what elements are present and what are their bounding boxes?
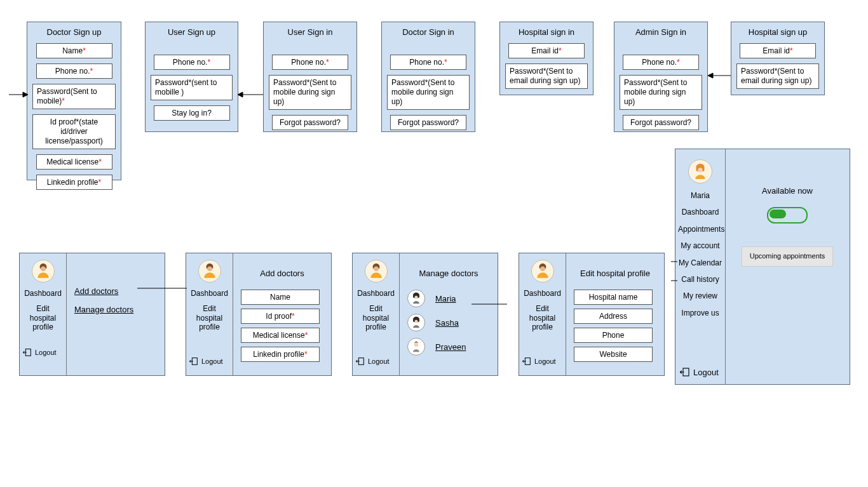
card-title: Doctor Sign in — [382, 22, 475, 43]
nav-review[interactable]: My review — [678, 291, 722, 300]
avatar — [531, 260, 554, 283]
field-email[interactable]: Email id* — [740, 43, 816, 58]
label-available: Available now — [733, 186, 842, 196]
field-email[interactable]: Email id* — [508, 43, 585, 58]
input-phone[interactable]: Phone — [574, 328, 653, 343]
sidebar-username: Maria — [678, 191, 722, 200]
field-idproof[interactable]: Id proof*(state id/driver license/passpo… — [32, 114, 116, 149]
panel-sidebar: Maria Dashboard Appointments My account … — [675, 149, 726, 384]
nav-appointments[interactable]: Appointments — [678, 225, 722, 234]
field-name[interactable]: Name* — [36, 43, 112, 58]
input-website[interactable]: Website — [574, 347, 653, 362]
input-name[interactable]: Name — [241, 290, 320, 305]
sidebar-edit-profile[interactable]: Edit hospital profile — [522, 304, 563, 331]
panel-main: Available now Upcoming appointments — [725, 149, 850, 384]
nav-improve[interactable]: Improve us — [678, 309, 722, 317]
card-admin-signin: Admin Sign in Phone no.* Password*(Sent … — [614, 22, 708, 132]
svg-point-11 — [698, 168, 702, 172]
svg-marker-14 — [23, 92, 28, 97]
field-password[interactable]: Password(Sent to mobile)* — [32, 84, 116, 109]
nav-account[interactable]: My account — [678, 241, 722, 250]
logout-icon — [355, 356, 365, 366]
input-medlic[interactable]: Medical license* — [241, 328, 320, 343]
logout-button[interactable]: Logout — [189, 356, 223, 366]
field-password[interactable]: Password*(Sent to email during sign up) — [505, 63, 588, 89]
badge-upcoming[interactable]: Upcoming appointments — [742, 246, 834, 267]
doctor-row-praveen[interactable]: Praveen — [407, 338, 490, 356]
card-title: User Sign up — [146, 22, 238, 43]
field-password[interactable]: Password*(sent to mobille ) — [151, 75, 233, 100]
sidebar-dashboard[interactable]: Dashboard — [355, 289, 397, 298]
logout-button[interactable]: Logout — [22, 347, 57, 357]
button-forgot[interactable]: Forgot password? — [623, 115, 699, 130]
diagram-stage: Doctor Sign up Name* Phone no.* Password… — [0, 0, 868, 487]
panel-doctor-dashboard: Maria Dashboard Appointments My account … — [675, 149, 850, 385]
sidebar-dashboard[interactable]: Dashboard — [522, 289, 563, 298]
card-title: Hospital sign in — [500, 22, 593, 43]
field-phone[interactable]: Phone no.* — [390, 55, 466, 70]
card-doctor-signup: Doctor Sign up Name* Phone no.* Password… — [27, 22, 121, 180]
card-user-signup: User Sign up Phone no.* Password*(sent t… — [145, 22, 238, 132]
link-add-doctors[interactable]: Add doctors — [74, 286, 118, 296]
panel-sidebar: Dashboard Edit hospital profile Logout — [519, 253, 566, 375]
page-title: Manage doctors — [407, 269, 490, 278]
input-address[interactable]: Address — [574, 309, 653, 324]
link-manage-doctors[interactable]: Manage doctors — [74, 305, 133, 314]
field-linkedin[interactable]: Linkedin profile* — [36, 175, 112, 190]
sidebar-dashboard[interactable]: Dashboard — [189, 289, 230, 298]
nav-dashboard[interactable]: Dashboard — [678, 208, 722, 217]
button-forgot[interactable]: Forgot password? — [272, 115, 348, 130]
card-title: Admin Sign in — [614, 22, 707, 43]
sidebar-dashboard[interactable]: Dashboard — [22, 289, 64, 298]
sidebar-edit-profile[interactable]: Edit hospital profile — [355, 304, 397, 331]
field-password[interactable]: Password*(Sent to mobile during sign up) — [269, 75, 351, 110]
button-forgot[interactable]: Forgot password? — [390, 115, 466, 130]
logout-icon — [522, 356, 532, 366]
card-hospital-signin: Hospital sign in Email id* Password*(Sen… — [499, 22, 593, 95]
arrow-to-doctor-signup — [9, 90, 28, 99]
toggle-available[interactable] — [767, 207, 808, 223]
sidebar-edit-profile[interactable]: Edit hospital profile — [189, 304, 230, 331]
sidebar-edit-profile[interactable]: Edit hospital profile — [22, 304, 64, 331]
panel-sidebar: Dashboard Edit hospital profile Logout — [186, 253, 233, 375]
logout-button[interactable]: Logout — [679, 366, 719, 378]
svg-marker-16 — [238, 92, 243, 97]
panel-hospital-home: Dashboard Edit hospital profile Logout A… — [19, 253, 165, 376]
card-title: User Sign in — [264, 22, 356, 43]
nav-calendar[interactable]: My Calendar — [678, 258, 722, 267]
avatar — [365, 260, 388, 283]
field-password[interactable]: Password*(Sent to email during sign up) — [736, 63, 819, 89]
svg-point-7 — [415, 320, 418, 323]
field-phone[interactable]: Phone no.* — [154, 55, 230, 70]
field-phone[interactable]: Phone no.* — [36, 63, 112, 79]
input-hospital-name[interactable]: Hospital name — [574, 290, 653, 305]
logout-button[interactable]: Logout — [522, 356, 556, 366]
doctor-row-sasha[interactable]: Sasha — [407, 314, 490, 331]
field-medlic[interactable]: Medical license* — [36, 154, 112, 170]
toggle-knob — [770, 210, 786, 218]
card-user-signin: User Sign in Phone no.* Password*(Sent t… — [263, 22, 357, 132]
arrow-user-signin-to-signup — [238, 90, 263, 99]
tick-calendar — [671, 278, 677, 283]
input-linkedin[interactable]: Linkedin profile* — [241, 347, 320, 362]
panel-add-doctors: Dashboard Edit hospital profile Logout A… — [186, 253, 332, 376]
input-idproof[interactable]: Id proof* — [241, 309, 320, 324]
panel-edit-hospital: Dashboard Edit hospital profile Logout E… — [519, 253, 665, 376]
logout-button[interactable]: Logout — [355, 356, 390, 366]
field-staylogin[interactable]: Stay log in? — [154, 105, 230, 121]
card-title: Hospital sign up — [731, 22, 824, 43]
panel-main: Add doctors Manage doctors — [67, 253, 165, 375]
card-title: Doctor Sign up — [27, 22, 121, 43]
avatar-icon — [407, 314, 425, 331]
field-phone[interactable]: Phone no.* — [272, 55, 348, 70]
page-title: Add doctors — [241, 269, 323, 278]
nav-callhistory[interactable]: Call history — [678, 275, 722, 284]
svg-point-8 — [414, 342, 419, 347]
panel-main: Add doctors Name Id proof* Medical licen… — [233, 253, 331, 375]
avatar-icon — [407, 338, 425, 356]
field-password[interactable]: Password*(Sent to mobile during sign up) — [387, 75, 470, 110]
field-phone[interactable]: Phone no.* — [623, 55, 699, 70]
card-hospital-signup: Hospital sign up Email id* Password*(Sen… — [731, 22, 825, 95]
field-password[interactable]: Password*(Sent to mobile during sign up) — [620, 75, 702, 110]
svg-point-6 — [415, 296, 418, 299]
